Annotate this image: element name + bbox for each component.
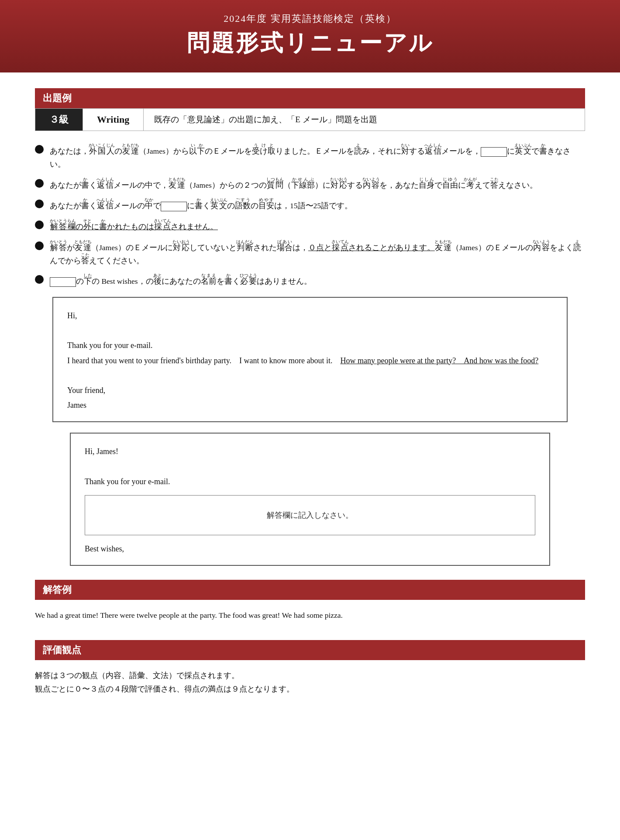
reply-greeting: Hi, James! (85, 444, 535, 459)
bullet-dot-3 (35, 200, 44, 208)
reply-answer-placeholder: 解答欄に記入しなさい。 (267, 511, 353, 520)
ruby-kaku3: 書か (81, 201, 89, 210)
ruby-yonde: 読よ (573, 243, 581, 252)
ruby-namae6: 名前なまえ (201, 277, 217, 286)
ruby-tomodachi2: 友達ともだち (169, 181, 185, 189)
bullet-underline-4: 解答欄かいとうらんの外そとに書かかれたものは採点さいてんされません。 (50, 222, 218, 231)
ruby-eibun: 英文えいぶん (515, 147, 531, 155)
bullet-item-5: 解答かいとうが友達ともだち（James）のＥメールに対応たいおうしていないと判断… (35, 240, 585, 268)
ruby-meyasu: 目安めやす (258, 201, 274, 210)
description-cell: 既存の「意見論述」の出題に加え、「E メール」問題を出題 (144, 109, 585, 131)
bullet-dot-1 (35, 145, 44, 154)
ruby-kaitouran: 解答欄かいとうらん (50, 222, 76, 231)
email-closing1: Your friend, (67, 383, 553, 398)
ruby-henshin: 返信へんしん (425, 147, 441, 155)
ruby-naiyou: 内容ないよう (363, 181, 379, 189)
ruby-yomi: 読よ (354, 147, 362, 155)
page-header: 2024年度 実用英語技能検定（英検） 問題形式リニューアル (0, 0, 620, 72)
bullet-text-4: 解答欄かいとうらんの外そとに書かかれたものは採点さいてんされません。 (50, 219, 585, 234)
ruby-kaka: 書か (99, 222, 107, 231)
ruby-kaki: 書か (539, 147, 547, 155)
bullet-text-1: あなたは，外国人がいこくじんの友達ともだち（James）から以下いかのＥメールを… (50, 143, 585, 171)
ruby-shita6: 下した (84, 277, 92, 286)
bullet-text-2: あなたが書かく返信へんしんメールの中で，友達ともだち（James）からの２つの質… (50, 177, 585, 192)
ruby-ten5b: 点てん (340, 243, 348, 252)
bullet-item-4: 解答欄かいとうらんの外そとに書かかれたものは採点さいてんされません。 (35, 219, 585, 234)
ruby-jishin: 自身じしん (419, 181, 434, 189)
inline-box-3 (161, 202, 187, 211)
ruby-naiyou5: 内容ないよう (533, 243, 550, 252)
ruby-taio: 対応たいおう (331, 181, 347, 189)
bullet-underline-5a: ０点と採さい点てんされることがあります。 (308, 243, 435, 252)
ruby-gosuu: 語数ごすう (235, 201, 251, 210)
email-greeting: Hi, (67, 308, 553, 323)
ruby-henshin2: 返信へんしん (97, 181, 114, 189)
example-section-header: 出題例 (35, 88, 585, 108)
eval-section: 評価観点 解答は３つの観点（内容、語彙、文法）で採点されます。 観点ごとに０〜３… (35, 640, 585, 700)
eval-line1: 解答は３つの観点（内容、語彙、文法）で採点されます。 (35, 669, 585, 683)
eval-line2: 観点ごとに０〜３点の４段階で評価され、得点の満点は９点となります。 (35, 682, 585, 696)
reply-line1: Thank you for your e-mail. (85, 474, 535, 489)
reply-closing: Best wishes, (85, 541, 535, 556)
email-closing2: James (67, 398, 553, 413)
ruby-saiten5: 採さい (332, 243, 340, 252)
inline-box-6 (50, 277, 76, 287)
answer-section: 解答例 We had a great time! There were twel… (35, 580, 585, 626)
ruby-tomodachi5: 友達ともだち (75, 243, 91, 252)
example-section: 出題例 ３級 Writing 既存の「意見論述」の出題に加え、「E メール」問題… (35, 88, 585, 566)
ruby-kaku2: 書か (81, 181, 89, 189)
bullet-item-3: あなたが書かく返信へんしんメールの中なかでに書かく英文えいぶんの語数ごすうの目安… (35, 198, 585, 213)
ruby-baai: 場合ばあい (277, 243, 293, 252)
ruby-ika: 以下いか (189, 147, 205, 155)
ruby-tomodachi: 友達ともだち (122, 147, 139, 155)
header-subtitle: 2024年度 実用英語技能検定（英検） (0, 12, 620, 25)
ruby-kasenbu: 下線部かせんぶ (291, 181, 315, 189)
bullet-dot-4 (35, 220, 44, 229)
bullet-item-2: あなたが書かく返信へんしんメールの中で，友達ともだち（James）からの２つの質… (35, 177, 585, 192)
bullet-item-1: あなたは，外国人がいこくじんの友達ともだち（James）から以下いかのＥメールを… (35, 143, 585, 171)
reply-answer-area: 解答欄に記入しなさい。 (85, 495, 535, 535)
ruby-gaikokujin: 外国人がいこくじん (89, 147, 114, 155)
answer-section-header: 解答例 (35, 580, 585, 600)
ruby-taisuru: 対たい (401, 147, 409, 155)
bullet-dot-2 (35, 179, 44, 188)
grade-cell: ３級 (35, 109, 83, 131)
ruby-naka3: 中なか (145, 201, 153, 210)
ruby-eibun3: 英文えいぶん (210, 201, 227, 210)
grade-row: ３級 Writing 既存の「意見論述」の出題に加え、「E メール」問題を出題 (35, 108, 585, 131)
ruby-jiyu: 自由じゆう (442, 181, 458, 189)
ruby-shitsumon: 質問しつもん (267, 181, 283, 189)
answer-text: We had a great time! There were twelve p… (35, 600, 585, 626)
inline-box-1 (481, 147, 507, 157)
ruby-soto: 外そと (83, 222, 91, 231)
email-line1: Thank you for your e-mail. (67, 338, 553, 353)
reply-box: Hi, James! Thank you for your e-mail. 解答… (70, 433, 550, 566)
eval-text: 解答は３つの観点（内容、語彙、文法）で採点されます。 観点ごとに０〜３点の４段階… (35, 660, 585, 700)
bullet-dot-5 (35, 241, 44, 250)
ruby-uketori: 受け取うけと (252, 147, 276, 155)
instructions-list: あなたは，外国人がいこくじんの友達ともだち（James）から以下いかのＥメールを… (35, 143, 585, 288)
email-box: Hi, Thank you for your e-mail. I heard t… (52, 297, 568, 422)
ruby-tomodachi5b: 友達ともだち (435, 243, 451, 252)
ruby-handan: 判断はんだん (237, 243, 253, 252)
ruby-kotae5: 答こた (81, 256, 89, 265)
ruby-kaitou5: 解答かいとう (50, 243, 67, 252)
ruby-kangae: 考かんが (466, 181, 475, 189)
email-questions: How many people were at the party? And h… (340, 356, 538, 365)
eval-section-header: 評価観点 (35, 640, 585, 660)
email-line2: I heard that you went to your friend's b… (67, 353, 553, 368)
bullet-item-6: の下したの Best wishes，の後あとにあなたの名前なまえを書かく必要ひつ… (35, 273, 585, 288)
main-content: 出題例 ３級 Writing 既存の「意見論述」の出題に加え、「E メール」問題… (0, 72, 620, 730)
ruby-saiten: 採点さいてん (154, 222, 171, 231)
ruby-taio5: 対応たいおう (173, 243, 189, 252)
bullet-text-6: の下したの Best wishes，の後あとにあなたの名前なまえを書かく必要ひつ… (50, 273, 585, 288)
ruby-henshin3: 返信へんしん (97, 201, 114, 210)
bullet-text-5: 解答かいとうが友達ともだち（James）のＥメールに対応たいおうしていないと判断… (50, 240, 585, 268)
ruby-ato6: 後あと (154, 277, 162, 286)
ruby-kaku6: 書か (224, 277, 232, 286)
bullet-dot-6 (35, 275, 44, 284)
bullet-text-3: あなたが書かく返信へんしんメールの中なかでに書かく英文えいぶんの語数ごすうの目安… (50, 198, 585, 213)
ruby-kaku3b: 書か (195, 201, 203, 210)
ruby-kotae: 答こた (490, 181, 498, 189)
header-title: 問題形式リニューアル (0, 28, 620, 59)
